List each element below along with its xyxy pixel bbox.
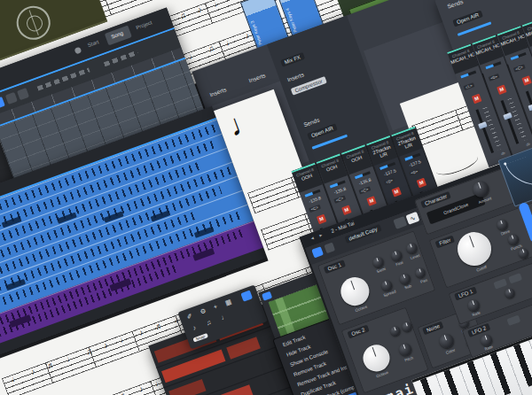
gear-icon[interactable] bbox=[74, 47, 82, 55]
grid-icon[interactable]: ▦ bbox=[224, 298, 233, 307]
compass-logo-icon bbox=[12, 1, 55, 44]
sends-header[interactable]: Sends bbox=[302, 116, 320, 128]
pan-chip[interactable]: <C> bbox=[333, 196, 345, 204]
add-icon[interactable]: + bbox=[212, 302, 218, 311]
mute-button[interactable]: M bbox=[472, 94, 482, 105]
pan-chip[interactable]: <0> bbox=[409, 168, 420, 176]
big-quarter-note: ♩ bbox=[223, 101, 263, 143]
tool-button[interactable] bbox=[17, 88, 29, 100]
mute-button[interactable]: M bbox=[417, 178, 427, 189]
inserts-header[interactable]: Inserts bbox=[286, 71, 305, 82]
quarter-note-icon[interactable]: ♩ bbox=[220, 312, 229, 321]
mix-fx-chip[interactable]: Mix FX bbox=[280, 52, 305, 67]
eighth-note-icon[interactable]: ♪ bbox=[192, 323, 198, 332]
open-air-send-chip[interactable]: Open AIR bbox=[307, 123, 338, 140]
pan-chip[interactable]: <0> bbox=[384, 177, 395, 185]
tool-button-active[interactable] bbox=[0, 97, 5, 110]
tab-project[interactable]: Project bbox=[136, 19, 153, 31]
lfo1-depth-knob[interactable] bbox=[504, 287, 516, 299]
beamed-notes-icon[interactable]: ♫ bbox=[205, 318, 212, 327]
screenshot-root: ♪ ♩ ♫ ♪ ♩ ♬ ♪ ♩ ♪ ♫ ♪ ♫ ♩ ♪ ♬ ♪ ♩ ♫ ♪ ♩ … bbox=[0, 0, 532, 395]
next-preset-icon[interactable]: ▸ bbox=[318, 232, 323, 238]
pan-chip[interactable]: <C> bbox=[358, 186, 370, 194]
mute-button[interactable]: M bbox=[317, 214, 327, 225]
pencil-icon[interactable]: ✐ bbox=[185, 312, 193, 321]
lfo-mode-chip[interactable] bbox=[508, 273, 522, 283]
pan-slider[interactable] bbox=[460, 71, 476, 79]
red-clip[interactable] bbox=[168, 379, 206, 395]
mute-button[interactable]: M bbox=[341, 205, 352, 216]
open-air-send-chip[interactable]: Open AIR bbox=[452, 10, 483, 27]
filter-label: Filter bbox=[435, 236, 456, 249]
osc2-fine-knob[interactable] bbox=[401, 321, 413, 333]
pan-chip[interactable]: <C> bbox=[309, 205, 320, 213]
knob-label: Level bbox=[405, 252, 425, 262]
pan-chip[interactable]: <0> bbox=[489, 74, 500, 81]
db-label: db bbox=[500, 151, 505, 156]
pan-chip[interactable]: <C> bbox=[513, 65, 525, 73]
inserts-header[interactable]: Inserts bbox=[208, 86, 227, 97]
mute-button[interactable]: M bbox=[497, 84, 507, 95]
mute-button[interactable]: M bbox=[366, 196, 377, 206]
knob-label: Pan bbox=[414, 275, 434, 286]
osc1-label: Osc 1 bbox=[324, 259, 346, 274]
db-label: db bbox=[526, 142, 531, 147]
lfo-mode-chip[interactable] bbox=[506, 315, 520, 326]
header-button[interactable] bbox=[324, 242, 335, 253]
rotated-collage: ♪ ♩ ♫ ♪ ♩ ♬ ♪ ♩ ♪ ♫ ♪ ♫ ♩ ♪ ♬ ♪ ♩ ♫ ♪ ♩ … bbox=[0, 0, 532, 395]
sends-header[interactable]: Sends bbox=[446, 0, 464, 10]
io-button[interactable] bbox=[311, 246, 324, 258]
prev-preset-icon[interactable]: ◂ bbox=[310, 236, 315, 242]
editor-tab-icon[interactable] bbox=[262, 291, 272, 301]
wave-button[interactable] bbox=[393, 216, 407, 229]
noise-label: Noise bbox=[422, 321, 444, 336]
pan-chip[interactable]: <L> bbox=[463, 82, 474, 90]
knob-label: Res bbox=[528, 243, 532, 252]
tab-start[interactable]: Start bbox=[87, 39, 99, 49]
lfo-mode-chip[interactable] bbox=[493, 278, 507, 289]
pan-slider[interactable] bbox=[511, 52, 527, 60]
pan-slider[interactable] bbox=[485, 61, 501, 69]
knob-label: Pitch bbox=[397, 353, 420, 366]
osc2-semi-knob[interactable] bbox=[389, 325, 402, 337]
tool-button[interactable] bbox=[5, 92, 18, 105]
gear-icon[interactable]: ⚙ bbox=[199, 306, 207, 316]
inserts-header[interactable]: Inserts bbox=[248, 72, 267, 83]
mute-button[interactable]: M bbox=[391, 187, 402, 198]
snap-chip[interactable]: Snap bbox=[192, 333, 207, 342]
mute-button[interactable]: M bbox=[521, 75, 532, 86]
osc2-label: Osc 2 bbox=[347, 325, 369, 339]
saw-wave-button-active[interactable]: ∿ bbox=[405, 212, 419, 225]
active-tool-button[interactable] bbox=[240, 290, 253, 302]
